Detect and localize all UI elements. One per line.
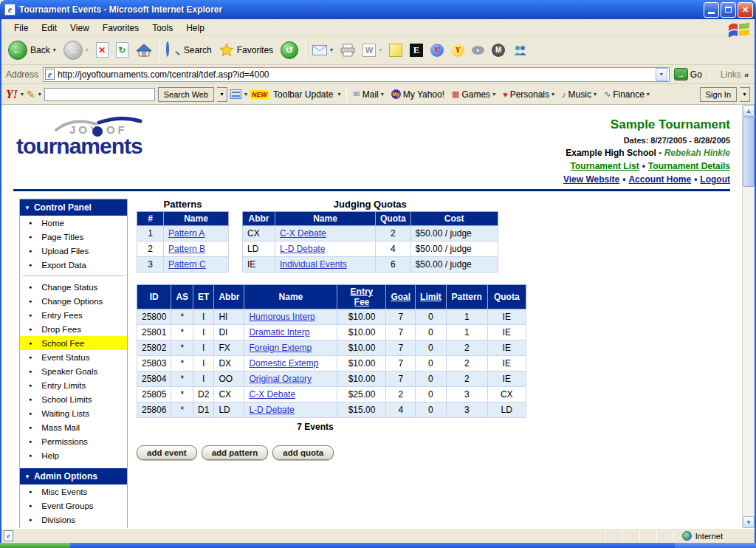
layout-grid-icon[interactable] xyxy=(230,89,241,99)
menu-tools[interactable]: Tools xyxy=(145,21,179,35)
add-pattern-button[interactable]: add pattern xyxy=(202,445,269,460)
stop-button[interactable]: ✕ xyxy=(92,41,112,59)
sidebar-item-entry-fees[interactable]: ●Entry Fees xyxy=(20,308,127,322)
mail-dropdown-icon[interactable]: ▾ xyxy=(330,47,333,53)
add-event-button[interactable]: add event xyxy=(137,445,197,460)
mail-button[interactable]: ▾ xyxy=(309,44,337,57)
sidebar-item-entry-limits[interactable]: ●Entry Limits xyxy=(20,378,127,392)
sidebar-item-change-status[interactable]: ●Change Status xyxy=(20,280,127,294)
menu-favorites[interactable]: Favorites xyxy=(96,21,145,35)
go-button[interactable]: → Go xyxy=(674,68,702,81)
yahoo-logo[interactable]: Y! xyxy=(6,88,18,101)
refresh-button[interactable]: ↻ xyxy=(112,41,132,59)
link-individual-events[interactable]: Individual Events xyxy=(280,259,347,270)
search-web-button[interactable]: Search Web xyxy=(158,87,214,102)
yahoo-item-games[interactable]: ▦Games▾ xyxy=(450,89,497,100)
col-header-entry-fee[interactable]: Entry Fee xyxy=(337,285,386,309)
sidebar-item-upload-files[interactable]: ●Upload Files xyxy=(20,244,127,258)
link-account-home[interactable]: Account Home xyxy=(628,174,691,185)
yahoo-companion-button[interactable]: Y! xyxy=(427,42,447,58)
sidebar-item-help[interactable]: ●Help xyxy=(20,448,127,462)
sign-in-button[interactable]: Sign In xyxy=(700,87,737,102)
yahoo-item-my-yahoo[interactable]: MyMy Yahoo! xyxy=(390,89,446,100)
sidebar-item-waiting-lists[interactable]: ●Waiting Lists xyxy=(20,406,127,420)
link-dramatic-interp[interactable]: Dramatic Interp xyxy=(249,327,309,338)
link-l-d-debate[interactable]: L-D Debate xyxy=(280,244,325,254)
sign-in-dropdown-button[interactable]: ▾ xyxy=(740,87,750,102)
dropdown-icon[interactable]: ▾ xyxy=(647,91,650,97)
yahoo-search-input[interactable] xyxy=(44,88,155,101)
yahoo-item-personals[interactable]: ♥Personals▾ xyxy=(501,89,556,100)
dropdown-icon[interactable]: ▾ xyxy=(381,91,384,97)
start-button-edge[interactable] xyxy=(0,543,70,548)
sidebar-item-school-limits[interactable]: ●School Limits xyxy=(20,392,127,406)
column-link-limit[interactable]: Limit xyxy=(420,292,441,302)
pencil-icon[interactable]: ✎ xyxy=(27,89,35,100)
sidebar-item-divisions[interactable]: ●Divisions xyxy=(20,513,127,527)
sidebar-item-page-titles[interactable]: ●Page Titles xyxy=(20,230,127,244)
scrollbar-thumb[interactable] xyxy=(743,117,755,187)
messenger-button[interactable] xyxy=(509,43,531,58)
sidebar-item-mass-mail[interactable]: ●Mass Mail xyxy=(20,420,127,434)
sidebar-item-judge-flags[interactable]: ●Judge Flags xyxy=(20,527,127,528)
link-foreign-extemp[interactable]: Foreign Extemp xyxy=(249,343,312,353)
sidebar-item-drop-fees[interactable]: ●Drop Fees xyxy=(20,322,127,336)
menu-help[interactable]: Help xyxy=(179,21,211,35)
media-button[interactable]: M xyxy=(488,42,509,58)
sidebar-item-change-options[interactable]: ●Change Options xyxy=(20,294,127,308)
address-dropdown-button[interactable]: ▾ xyxy=(656,68,667,81)
print-button[interactable] xyxy=(337,42,359,58)
link-humorous-interp[interactable]: Humorous Interp xyxy=(249,312,315,322)
scrollbar-track[interactable] xyxy=(743,117,755,516)
taskbar-window-button[interactable] xyxy=(675,543,756,548)
address-url-input[interactable] xyxy=(58,69,656,80)
link-tournament-details[interactable]: Tournament Details xyxy=(648,161,730,171)
scroll-up-button[interactable]: ▲ xyxy=(743,105,755,117)
windows-taskbar[interactable] xyxy=(0,543,756,548)
add-quota-button[interactable]: add quota xyxy=(272,445,334,460)
favorites-button[interactable]: Favorites xyxy=(216,41,277,58)
sticky-note-button[interactable] xyxy=(385,42,406,58)
encarta-button[interactable]: E xyxy=(406,42,427,58)
close-button[interactable]: ✕ xyxy=(738,2,753,18)
scroll-down-button[interactable]: ▼ xyxy=(743,516,755,528)
yahoo-logo-dropdown-icon[interactable]: ▾ xyxy=(21,91,24,97)
address-input-box[interactable]: e ▾ xyxy=(43,67,670,82)
link-pattern-b[interactable]: Pattern B xyxy=(168,244,205,254)
link-original-oratory[interactable]: Original Oratory xyxy=(249,374,312,384)
sidebar-item-permissions[interactable]: ●Permissions xyxy=(20,434,127,448)
sidebar-item-event-groups[interactable]: ●Event Groups xyxy=(20,499,127,513)
yahoo-item-finance[interactable]: ∿Finance▾ xyxy=(602,89,651,100)
link-pattern-a[interactable]: Pattern A xyxy=(168,228,205,239)
link-domestic-extemp[interactable]: Domestic Extemp xyxy=(249,358,318,369)
admin-options-header[interactable]: ▼ Admin Options xyxy=(20,468,127,484)
link-pattern-c[interactable]: Pattern C xyxy=(168,259,206,270)
edit-with-word-button[interactable]: W ▾ xyxy=(359,42,385,58)
link-l-d-debate[interactable]: L-D Debate xyxy=(249,405,294,415)
yahoo-messenger-button[interactable]: Y xyxy=(447,42,468,58)
links-chevron-icon[interactable]: » xyxy=(744,70,749,79)
toolbar-update-item[interactable]: Toolbar Update xyxy=(272,89,334,100)
link-view-website[interactable]: View Website xyxy=(563,174,619,185)
sidebar-item-school-fee[interactable]: ●School Fee xyxy=(20,336,127,350)
link-c-x-debate[interactable]: C-X Debate xyxy=(280,228,326,239)
link-tournament-list[interactable]: Tournament List xyxy=(571,161,639,171)
vertical-scrollbar[interactable]: ▲ ▼ xyxy=(742,105,755,528)
column-link-goal[interactable]: Goal xyxy=(391,292,410,302)
menu-file[interactable]: File xyxy=(7,21,35,35)
pencil-dropdown-icon[interactable]: ▾ xyxy=(38,91,41,97)
links-label[interactable]: Links xyxy=(721,69,741,80)
home-button[interactable] xyxy=(132,41,156,59)
column-link-entry-fee[interactable]: Entry Fee xyxy=(351,287,374,307)
menu-view[interactable]: View xyxy=(63,21,96,35)
sidebar-item-export-data[interactable]: ●Export Data xyxy=(20,258,127,272)
sidebar-item-speaker-goals[interactable]: ●Speaker Goals xyxy=(20,364,127,378)
back-dropdown-icon[interactable]: ▾ xyxy=(53,47,56,53)
sidebar-item-event-status[interactable]: ●Event Status xyxy=(20,350,127,364)
search-button[interactable]: Search xyxy=(162,41,216,59)
dropdown-icon[interactable]: ▾ xyxy=(551,91,554,97)
back-button[interactable]: ← Back ▾ xyxy=(4,39,60,61)
menu-edit[interactable]: Edit xyxy=(35,21,63,35)
grid-dropdown-icon[interactable]: ▾ xyxy=(244,91,247,97)
minimize-button[interactable] xyxy=(704,2,719,18)
